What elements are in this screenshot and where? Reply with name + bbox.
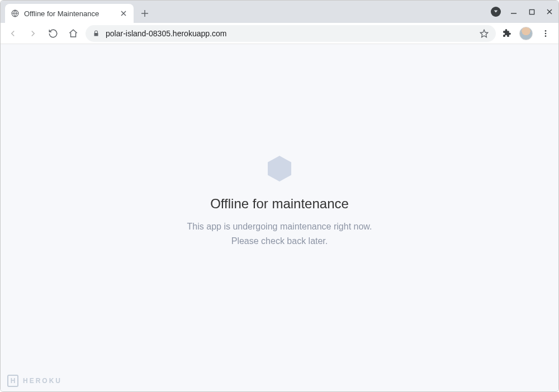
heroku-logo-icon: H — [7, 375, 18, 387]
hexagon-icon — [266, 155, 293, 183]
toolbar-right — [500, 27, 554, 40]
window-controls — [490, 1, 555, 23]
svg-marker-3 — [480, 30, 487, 37]
globe-icon — [11, 9, 20, 18]
lock-icon — [92, 30, 100, 37]
toolbar: polar-island-08305.herokuapp.com — [1, 23, 558, 44]
svg-point-4 — [545, 30, 547, 32]
maintenance-panel: Offline for maintenance This app is unde… — [187, 155, 372, 248]
maintenance-message-line1: This app is undergoing maintenance right… — [187, 219, 372, 234]
svg-point-5 — [545, 32, 547, 34]
forward-button[interactable] — [25, 26, 41, 41]
page-content: Offline for maintenance This app is unde… — [1, 44, 558, 392]
svg-point-6 — [545, 35, 547, 37]
tab-strip: Offline for Maintenance — [1, 1, 558, 23]
svg-rect-2 — [529, 9, 534, 14]
bookmark-star-icon[interactable] — [479, 28, 489, 39]
reload-button[interactable] — [45, 26, 61, 41]
incognito-indicator-icon[interactable] — [490, 6, 501, 17]
home-button[interactable] — [65, 26, 81, 41]
window-minimize-button[interactable] — [508, 6, 519, 17]
extensions-button[interactable] — [500, 27, 513, 40]
svg-marker-1 — [494, 11, 498, 13]
maintenance-message-line2: Please check back later. — [231, 234, 328, 248]
heroku-footer: H HEROKU — [7, 375, 62, 387]
close-tab-button[interactable] — [119, 9, 128, 18]
tab-title: Offline for Maintenance — [24, 9, 115, 18]
window-close-button[interactable] — [544, 6, 555, 17]
kebab-menu-button[interactable] — [539, 27, 552, 40]
maintenance-heading: Offline for maintenance — [210, 196, 349, 212]
url-text: polar-island-08305.herokuapp.com — [106, 29, 473, 38]
address-bar[interactable]: polar-island-08305.herokuapp.com — [86, 25, 496, 42]
profile-avatar[interactable] — [519, 27, 533, 40]
new-tab-button[interactable] — [137, 6, 153, 21]
heroku-wordmark: HEROKU — [23, 377, 62, 385]
browser-tab[interactable]: Offline for Maintenance — [5, 4, 134, 23]
back-button[interactable] — [5, 26, 21, 41]
svg-marker-7 — [268, 156, 291, 181]
window-maximize-button[interactable] — [526, 6, 537, 17]
